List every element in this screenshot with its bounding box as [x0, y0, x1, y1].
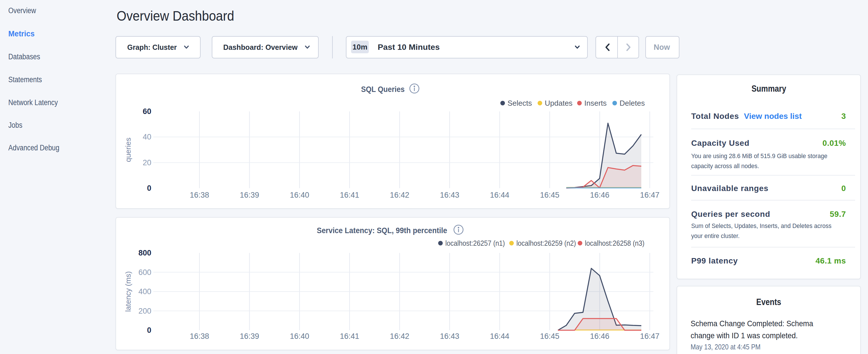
svg-text:16:40: 16:40 — [290, 332, 309, 341]
svg-text:400: 400 — [138, 287, 151, 296]
svg-text:16:39: 16:39 — [240, 191, 259, 199]
svg-text:0: 0 — [147, 184, 151, 192]
svg-text:latency (ms): latency (ms) — [124, 271, 132, 312]
svg-text:SQL Queries: SQL Queries — [361, 85, 405, 94]
svg-text:Deletes: Deletes — [620, 99, 645, 107]
svg-text:Updates: Updates — [545, 99, 572, 107]
svg-text:20: 20 — [143, 158, 151, 167]
svg-text:16:41: 16:41 — [340, 332, 359, 341]
svg-text:16:43: 16:43 — [440, 332, 459, 341]
svg-text:Inserts: Inserts — [584, 99, 607, 107]
svg-text:200: 200 — [138, 307, 151, 315]
svg-text:800: 800 — [138, 249, 151, 257]
svg-text:16:42: 16:42 — [390, 191, 409, 199]
svg-text:16:44: 16:44 — [490, 332, 509, 341]
svg-text:localhost:26257 (n1): localhost:26257 (n1) — [445, 239, 505, 248]
svg-text:16:46: 16:46 — [590, 191, 610, 199]
svg-text:Selects: Selects — [507, 99, 532, 107]
svg-text:localhost:26258 (n3): localhost:26258 (n3) — [585, 239, 645, 248]
svg-text:16:42: 16:42 — [390, 332, 409, 341]
svg-text:16:43: 16:43 — [440, 191, 459, 199]
svg-text:16:40: 16:40 — [290, 191, 309, 199]
svg-text:localhost:26259 (n2): localhost:26259 (n2) — [517, 239, 576, 248]
svg-text:16:39: 16:39 — [240, 332, 259, 341]
svg-text:0: 0 — [147, 326, 151, 334]
svg-text:16:47: 16:47 — [640, 332, 660, 341]
svg-text:Service Latency: SQL, 99th per: Service Latency: SQL, 99th percentile — [317, 226, 447, 235]
svg-text:16:38: 16:38 — [190, 332, 209, 341]
svg-text:16:45: 16:45 — [540, 332, 559, 341]
svg-text:60: 60 — [143, 107, 151, 116]
svg-text:16:47: 16:47 — [640, 191, 660, 199]
svg-text:16:45: 16:45 — [540, 191, 559, 199]
svg-text:queries: queries — [124, 137, 132, 162]
svg-text:16:46: 16:46 — [590, 332, 610, 341]
svg-text:16:44: 16:44 — [490, 191, 509, 199]
svg-text:16:38: 16:38 — [190, 191, 209, 199]
svg-text:16:41: 16:41 — [340, 191, 359, 199]
svg-text:600: 600 — [138, 268, 151, 277]
svg-text:40: 40 — [143, 133, 151, 141]
